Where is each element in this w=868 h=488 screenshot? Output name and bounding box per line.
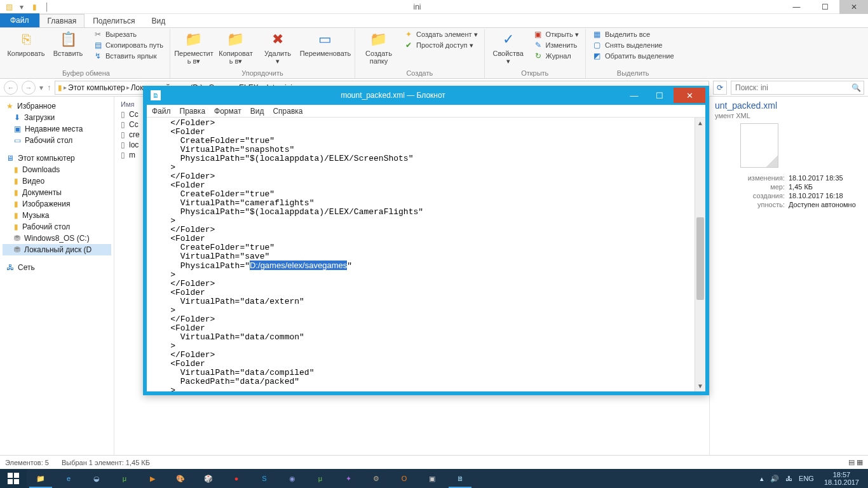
details-filetype: умент XML — [715, 112, 863, 119]
nav-favorites[interactable]: ★Избранное — [3, 100, 111, 112]
taskbar-app-record[interactable]: ● — [222, 469, 250, 488]
qat-folder-icon[interactable]: ▮ — [29, 2, 39, 12]
properties-button[interactable]: ✓Свойства ▾ — [489, 29, 528, 65]
nav-this-pc[interactable]: 🖥Этот компьютер — [3, 152, 111, 164]
menu-edit[interactable]: Правка — [180, 107, 206, 116]
rename-button[interactable]: ▭Переименовать — [300, 29, 351, 57]
copy-path-button[interactable]: ▤Скопировать путь — [90, 40, 166, 50]
delete-icon: ✖ — [269, 30, 287, 48]
taskbar-app-discord[interactable]: ◉ — [278, 469, 306, 488]
select-none-icon: ▢ — [592, 40, 602, 50]
scroll-up-button[interactable]: ▲ — [695, 118, 705, 128]
edit-button[interactable]: ✎Изменить — [531, 40, 581, 50]
cut-button[interactable]: ✂Вырезать — [90, 29, 166, 39]
nav-drive-d[interactable]: ⛃Локальный диск (D — [3, 244, 111, 255]
taskbar-app-ie[interactable]: e — [55, 469, 83, 488]
search-input[interactable] — [734, 83, 849, 93]
tab-home[interactable]: Главная — [39, 14, 85, 27]
paste-button[interactable]: 📋Вставить — [48, 29, 88, 57]
nav-recent[interactable]: ▣Недавние места — [3, 123, 111, 135]
nav-pc-desktop[interactable]: ▮Рабочий стол — [3, 221, 111, 233]
copy-icon: ⎘ — [17, 30, 35, 48]
nav-desktop[interactable]: ▭Рабочий стол — [3, 135, 111, 146]
select-all-button[interactable]: ▦Выделить все — [590, 29, 677, 39]
up-button[interactable]: ↑ — [47, 83, 51, 92]
taskbar-app-utorrent[interactable]: μ — [111, 469, 139, 488]
select-none-button[interactable]: ▢Снять выделение — [590, 40, 677, 50]
view-mode-icons[interactable]: ▤ ▦ — [848, 458, 863, 466]
taskbar-app-extra1[interactable]: ✦ — [334, 469, 362, 488]
history-button[interactable]: ↻Журнал — [531, 51, 581, 61]
taskbar-app-utorrent2[interactable]: μ — [306, 469, 334, 488]
clock-time: 18:57 — [824, 471, 859, 478]
tray-language[interactable]: ENG — [799, 475, 814, 482]
minimize-button[interactable]: — — [782, 0, 811, 14]
taskbar-app-game[interactable]: ▣ — [418, 469, 446, 488]
nav-pc-pictures[interactable]: ▮Изображения — [3, 198, 111, 210]
tray-clock[interactable]: 18:57 18.10.2017 — [820, 470, 863, 487]
taskbar-app-explorer[interactable]: 📁 — [27, 469, 55, 488]
maximize-button[interactable]: ☐ — [811, 0, 839, 14]
qat-down-icon[interactable]: ▾ — [17, 2, 27, 12]
menu-help[interactable]: Справка — [273, 107, 302, 116]
copy-button[interactable]: ⎘Копировать — [6, 29, 46, 57]
open-button[interactable]: ▣Открыть ▾ — [531, 29, 581, 39]
paste-shortcut-button[interactable]: ↯Вставить ярлык — [90, 51, 166, 61]
taskbar-app-notepad[interactable]: 🗎 — [446, 469, 474, 488]
new-folder-button[interactable]: 📁Создать папку — [359, 29, 398, 65]
taskbar-app-extra2[interactable]: ⚙ — [362, 469, 390, 488]
copy-path-icon: ▤ — [93, 40, 103, 50]
menu-view[interactable]: Вид — [250, 107, 264, 116]
scroll-thumb[interactable] — [696, 217, 704, 300]
history-icon: ↻ — [533, 51, 543, 61]
recent-locations-button[interactable]: ▾ — [39, 83, 43, 92]
tab-view[interactable]: Вид — [143, 14, 173, 27]
notepad-maximize-button[interactable]: ☐ — [647, 88, 672, 103]
notepad-scrollbar[interactable]: ▲ ▼ — [695, 118, 705, 391]
nav-pc-downloads[interactable]: ▮Downloads — [3, 164, 111, 175]
qat-sep: │ — [42, 2, 52, 12]
tab-share[interactable]: Поделиться — [85, 14, 143, 27]
tray-network-icon[interactable]: 🖧 — [785, 475, 792, 482]
close-button[interactable]: ✕ — [839, 0, 868, 14]
details-filename: unt_packed.xml — [715, 100, 863, 111]
nav-pc-videos[interactable]: ▮Видео — [3, 175, 111, 187]
menu-file[interactable]: Файл — [152, 107, 171, 116]
delete-button[interactable]: ✖Удалить ▾ — [258, 29, 297, 65]
taskbar-app-steam[interactable]: ◒ — [83, 469, 111, 488]
search-box[interactable]: 🔍 — [731, 81, 864, 95]
notepad-close-button[interactable]: ✕ — [674, 88, 705, 103]
move-to-button[interactable]: 📁Переместит ь в▾ — [174, 29, 214, 65]
scissors-icon: ✂ — [93, 29, 103, 39]
tray-volume-icon[interactable]: 🔊 — [770, 475, 779, 483]
search-icon: 🔍 — [851, 83, 861, 92]
nav-pc-documents[interactable]: ▮Документы — [3, 187, 111, 198]
start-button[interactable] — [0, 469, 27, 488]
nav-network[interactable]: 🖧Сеть — [3, 262, 111, 273]
nav-pc-music[interactable]: ▮Музыка — [3, 210, 111, 221]
taskbar-app-media[interactable]: ▶ — [139, 469, 166, 488]
new-item-button[interactable]: ✦Создать элемент ▾ — [401, 29, 480, 39]
back-button[interactable]: ← — [4, 81, 18, 95]
taskbar-app-skype[interactable]: S — [250, 469, 278, 488]
nav-drive-c[interactable]: ⛃Windows8_OS (C:) — [3, 233, 111, 244]
crumb-0[interactable]: Этот компьютер ▸ — [68, 83, 130, 92]
group-label: Буфер обмена — [62, 69, 110, 78]
details-pane: unt_packed.xml умент XML изменения:18.10… — [709, 97, 868, 455]
notepad-minimize-button[interactable]: — — [621, 88, 647, 103]
forward-button[interactable]: → — [22, 81, 36, 95]
notepad-textarea[interactable]: </Folder> <Folder CreateFolder="true" Vi… — [147, 118, 694, 391]
scroll-down-button[interactable]: ▼ — [695, 381, 705, 391]
nav-downloads[interactable]: ⬇Загрузки — [3, 112, 111, 123]
easy-access-button[interactable]: ✔Простой доступ ▾ — [401, 40, 480, 50]
taskbar-app-origin[interactable]: O — [390, 469, 418, 488]
copy-to-button[interactable]: 📁Копироват ь в▾ — [216, 29, 255, 65]
tab-file[interactable]: Файл — [0, 13, 39, 27]
menu-format[interactable]: Формат — [214, 107, 241, 116]
refresh-button[interactable]: ⟳ — [713, 81, 727, 95]
invert-selection-button[interactable]: ◩Обратить выделение — [590, 51, 677, 61]
taskbar-app-cube[interactable]: 🎲 — [194, 469, 222, 488]
taskbar-app-paint[interactable]: 🎨 — [166, 469, 194, 488]
notepad-titlebar: 🗎 mount_packed.xml — Блокнот — ☐ ✕ — [147, 86, 705, 105]
tray-up-icon[interactable]: ▴ — [760, 475, 764, 483]
